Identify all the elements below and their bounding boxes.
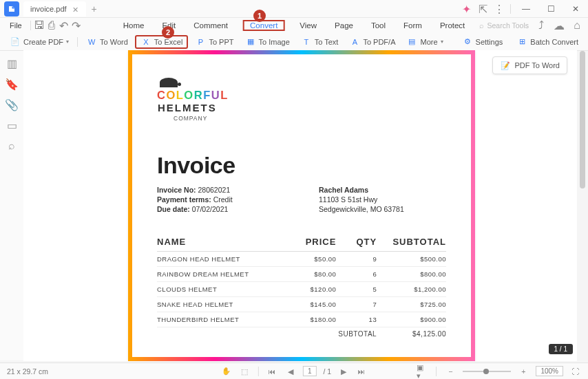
print-icon[interactable]: ⎙ [46,20,57,31]
select-tool-icon[interactable]: ⬚ [239,366,250,377]
document-page: COLORFUL HELMETS COMPANY Invoice Invoice… [128,50,475,361]
to-excel-button[interactable]: XTo Excel [135,35,189,49]
menu-comment[interactable]: Comment [191,20,231,31]
new-tab-button[interactable]: + [89,3,100,14]
last-page-icon[interactable]: ⏭ [356,366,367,377]
scroll-thumb[interactable] [580,51,585,188]
menu-protect[interactable]: Protect [437,20,468,31]
zoom-in-icon[interactable]: + [518,366,529,377]
menu-form[interactable]: Form [401,20,425,31]
file-menu[interactable]: File [4,20,28,31]
invoice-meta: Invoice No: 28062021 Payment terms: Cred… [157,186,446,215]
redo-icon[interactable]: ↷ [71,20,82,31]
minimize-button[interactable]: — [516,3,536,15]
close-tab-icon[interactable]: ✕ [72,6,79,12]
pdfa-icon: A [349,36,360,47]
thumbnails-icon[interactable]: ▥ [6,58,17,69]
batch-convert-button[interactable]: ⊞Batch Convert [512,35,582,49]
settings-button[interactable]: ⚙Settings [458,35,507,49]
menu-home[interactable]: Home [120,20,147,31]
first-page-icon[interactable]: ⏮ [267,366,278,377]
create-pdf-icon: 📄 [10,36,21,47]
to-image-button[interactable]: ▦To Image [241,35,294,49]
gift-icon[interactable]: ✦ [461,3,472,14]
zoom-slider[interactable] [463,371,511,372]
share-icon[interactable]: ⇱ [477,3,488,14]
hand-tool-icon[interactable]: ✋ [221,366,232,377]
callout-badge-1: 1 [253,10,266,22]
titlebar: invoice.pdf ✕ + ✦ ⇱ ⋮ — ☐ ✕ [0,0,588,18]
statusbar: 21 x 29.7 cm ✋ ⬚ ⏮ ◀ 1 / 1 ▶ ⏭ ▣ ▾ − + 1… [0,362,588,379]
table-row: DRAGON HEAD HELMET$50.009$500.00 [157,252,446,267]
table-row: SNAKE HEAD HELMET$145.007$725.00 [157,297,446,312]
undo-icon[interactable]: ↶ [59,20,70,31]
invoice-title: Invoice [157,152,446,179]
menu-tool[interactable]: Tool [368,20,388,31]
zoom-out-icon[interactable]: − [445,366,456,377]
document-tab[interactable]: invoice.pdf ✕ [23,1,86,17]
to-ppt-button[interactable]: PTo PPT [191,35,238,49]
ppt-icon: P [195,36,206,47]
menubar: File 🖫 ⎙ ↶ ↷ Home Edit Comment Convert V… [0,18,588,33]
close-button[interactable]: ✕ [566,3,585,15]
menu-convert[interactable]: Convert [243,20,284,31]
create-pdf-button[interactable]: 📄Create PDF▾ [6,35,73,49]
pdf-to-word-button[interactable]: 📝 PDF To Word [492,56,567,74]
table-row: CLOUDS HELMET$120.005$1,200.00 [157,282,446,297]
more-icon: ▤ [406,36,417,47]
search-side-icon[interactable]: ⌕ [6,140,17,151]
next-page-icon[interactable]: ▶ [338,366,349,377]
gear-icon: ⚙ [462,36,473,47]
kebab-icon[interactable]: ⋮ [494,3,505,14]
callout-badge-2: 2 [162,26,174,39]
save-icon[interactable]: 🖫 [34,20,45,31]
window-controls: ✦ ⇱ ⋮ — ☐ ✕ [461,3,585,15]
tab-title: invoice.pdf [30,5,67,13]
page-badge: 1 / 1 [549,344,573,354]
attach-icon[interactable]: 📎 [6,99,17,110]
more-button[interactable]: ▤More▾ [402,35,447,49]
view-mode-icon[interactable]: ▣ ▾ [417,366,428,377]
table-row: THUNDERBIRD HELMET$180.0013$900.00 [157,312,446,327]
app-icon [4,1,19,17]
home-icon[interactable]: ⌂ [571,20,582,31]
maximize-button[interactable]: ☐ [541,3,560,15]
bookmark-icon[interactable]: 🔖 [6,78,17,89]
document-canvas[interactable]: COLORFUL HELMETS COMPANY Invoice Invoice… [23,50,577,361]
to-pdfa-button[interactable]: ATo PDF/A [345,35,399,49]
text-icon: T [301,36,312,47]
fit-page-icon[interactable]: ⛶ [570,366,581,377]
left-sidebar: ▥ 🔖 📎 ▭ ⌕ [0,51,23,360]
search-icon: ⌕ [479,21,484,30]
zoom-value[interactable]: 100% [536,366,563,376]
menu-view[interactable]: View [297,20,319,31]
cloud-icon[interactable]: ☁ [554,20,565,31]
page-input[interactable]: 1 [303,366,317,376]
invoice-table: NAME PRICE QTY SUBTOTAL DRAGON HEAD HELM… [157,237,446,341]
vertical-scrollbar[interactable] [580,51,585,360]
page-dimensions: 21 x 29.7 cm [7,367,48,376]
image-icon: ▦ [245,36,256,47]
pdf-to-word-icon: 📝 [500,60,511,71]
to-text-button[interactable]: TTo Text [297,35,343,49]
prev-page-icon[interactable]: ◀ [285,366,296,377]
excel-icon: X [140,36,151,47]
open-external-icon[interactable]: ⤴ [536,20,547,31]
word-icon: W [86,36,97,47]
to-word-button[interactable]: WTo Word [82,35,132,49]
batch-icon: ⊞ [516,36,527,47]
table-row: RAINBOW DREAM HELMET$80.006$800.00 [157,267,446,282]
toolbar: 📄Create PDF▾ WTo Word XTo Excel PTo PPT … [0,33,588,51]
layers-icon[interactable]: ▭ [6,120,17,131]
search-tools[interactable]: ⌕Search Tools [479,21,529,30]
company-logo: COLORFUL HELMETS COMPANY [157,78,446,122]
menu-page[interactable]: Page [332,20,356,31]
